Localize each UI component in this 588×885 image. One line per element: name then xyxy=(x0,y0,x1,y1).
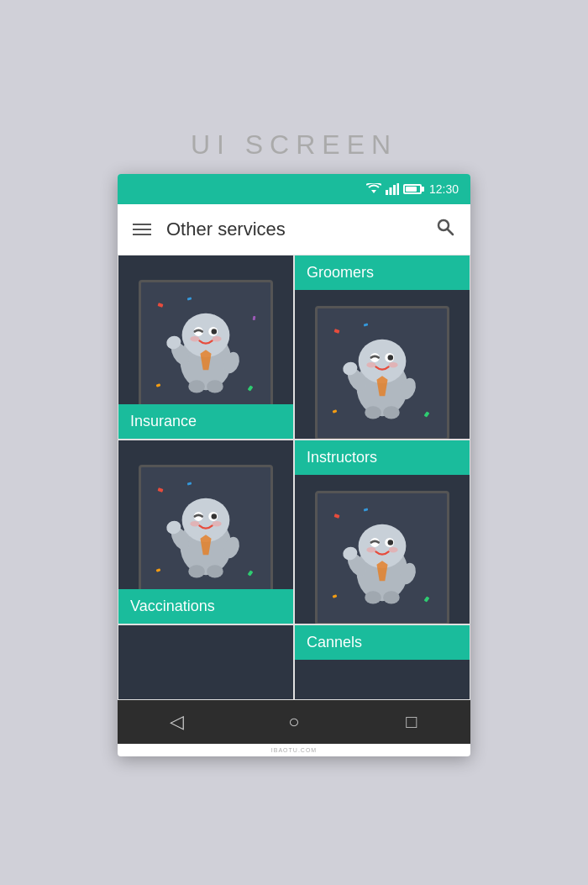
vaccinations-cell[interactable]: Vaccinations xyxy=(118,440,294,624)
svg-point-11 xyxy=(212,329,218,335)
app-title: Other services xyxy=(166,219,420,240)
phone-frame: 12:30 Other services xyxy=(118,174,470,756)
signal-icon xyxy=(386,183,399,195)
instructors-mascot-area xyxy=(295,477,470,624)
cannels-label: Cannels xyxy=(295,625,470,660)
svg-point-30 xyxy=(383,406,400,419)
svg-rect-2 xyxy=(389,187,391,195)
vaccinations-label: Vaccinations xyxy=(118,589,293,624)
menu-icon[interactable] xyxy=(133,224,151,235)
page-wrapper: UI SCREEN xyxy=(0,0,588,885)
mascot-svg-3 xyxy=(160,482,252,582)
svg-point-23 xyxy=(388,355,394,361)
empty-cell xyxy=(118,624,294,700)
svg-point-25 xyxy=(389,361,398,367)
svg-point-18 xyxy=(207,380,223,392)
back-button[interactable]: ◁ xyxy=(160,705,193,739)
svg-rect-1 xyxy=(386,190,388,195)
groomers-mascot-frame xyxy=(315,306,449,440)
svg-point-41 xyxy=(188,565,205,577)
svg-rect-3 xyxy=(393,185,396,195)
mascot-svg xyxy=(160,297,252,398)
groomers-cell[interactable]: Groomers xyxy=(294,255,470,440)
groomers-label: Groomers xyxy=(295,255,470,290)
mascot-svg-2 xyxy=(336,323,428,424)
app-bar: Other services xyxy=(118,204,470,255)
watermark: IBAOTU.COM xyxy=(118,744,470,756)
status-time: 12:30 xyxy=(429,182,459,196)
svg-point-48 xyxy=(366,546,375,552)
status-icons: 12:30 xyxy=(366,182,459,196)
instructors-label: Instructors xyxy=(295,440,470,475)
svg-point-24 xyxy=(366,361,375,367)
insurance-cell[interactable]: Insurance xyxy=(118,255,294,440)
ui-screen-label: UI SCREEN xyxy=(191,129,397,161)
cannels-cell[interactable]: Cannels xyxy=(294,624,470,700)
svg-marker-0 xyxy=(371,190,376,193)
mascot-svg-4 xyxy=(336,508,428,608)
service-grid: Insurance Groomers xyxy=(118,255,470,700)
status-bar: 12:30 xyxy=(118,174,470,204)
svg-point-37 xyxy=(213,520,222,526)
svg-rect-4 xyxy=(396,183,399,195)
svg-point-13 xyxy=(213,335,222,341)
instructors-cell[interactable]: Instructors xyxy=(294,440,470,624)
svg-point-12 xyxy=(190,335,199,341)
svg-point-29 xyxy=(365,406,381,419)
svg-point-54 xyxy=(383,591,400,603)
insurance-mascot-frame xyxy=(139,280,273,414)
recent-button[interactable]: □ xyxy=(395,705,428,739)
home-button[interactable]: ○ xyxy=(277,705,311,739)
insurance-label: Insurance xyxy=(118,404,293,439)
groomers-mascot-area xyxy=(295,292,470,440)
svg-point-35 xyxy=(212,514,218,519)
vaccinations-mascot-frame xyxy=(139,465,273,599)
svg-line-6 xyxy=(448,229,453,234)
svg-point-36 xyxy=(190,520,199,526)
svg-point-17 xyxy=(188,380,205,392)
instructors-mascot-frame xyxy=(315,491,449,624)
search-icon[interactable] xyxy=(435,217,455,242)
svg-point-42 xyxy=(207,565,223,577)
svg-point-49 xyxy=(389,546,398,552)
svg-point-47 xyxy=(388,540,394,545)
wifi-icon xyxy=(366,183,381,195)
svg-point-53 xyxy=(365,591,381,603)
bottom-nav: ◁ ○ □ xyxy=(118,700,470,744)
battery-icon xyxy=(403,184,422,194)
